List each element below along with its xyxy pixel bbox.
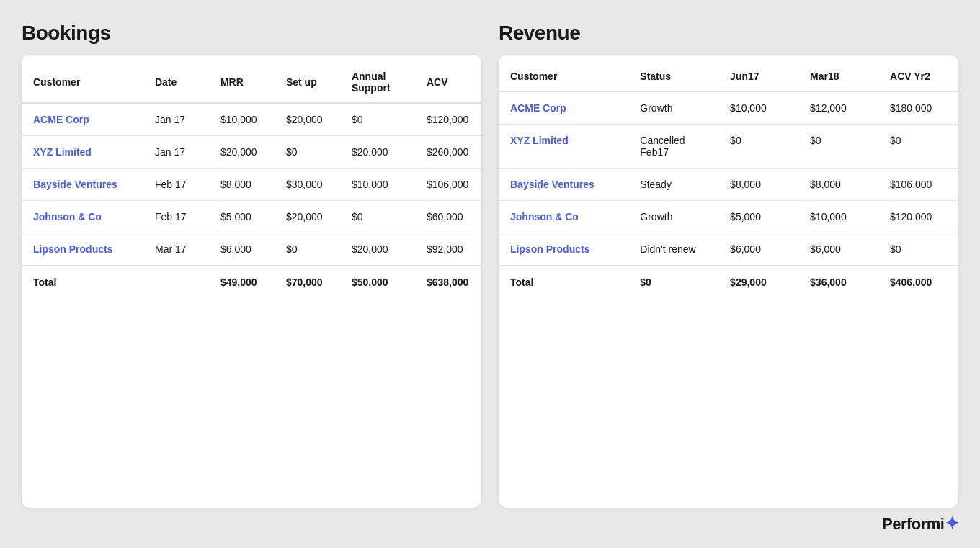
logo-area: Performi✦ [22,508,958,534]
revenue-row: ACME Corp Growth $10,000 $12,000 $180,00… [499,91,958,125]
tables-row: Bookings Customer Date MRR Set up Annual… [22,22,958,508]
logo-icon: ✦ [945,513,959,533]
revenue-jun17-0: $10,000 [718,91,798,125]
revenue-row: XYZ Limited Cancelled Feb17 $0 $0 $0 [499,125,958,169]
bookings-setup-1: $0 [275,136,340,169]
bookings-customer-1[interactable]: XYZ Limited [22,136,143,169]
revenue-customer-2[interactable]: Bayside Ventures [499,169,628,201]
bookings-row: Lipson Products Mar 17 $6,000 $0 $20,000… [22,233,481,266]
revenue-customer-4[interactable]: Lipson Products [499,233,628,266]
logo-word: Performi [882,515,944,533]
logo-text: Performi✦ [882,513,958,534]
revenue-title: Revenue [499,22,958,45]
revenue-total-status: $0 [628,266,718,298]
revenue-mar18-4: $6,000 [798,233,878,266]
bookings-total-date [143,266,209,298]
page-wrapper: Bookings Customer Date MRR Set up Annual… [0,0,980,548]
revenue-mar18-3: $10,000 [798,201,878,233]
revenue-section: Revenue Customer Status Jun17 Mar18 ACV … [499,22,958,508]
revenue-col-jun17: Jun17 [718,62,798,91]
bookings-col-setup: Set up [275,62,340,103]
revenue-jun17-3: $5,000 [718,201,798,233]
bookings-mrr-3: $5,000 [209,201,275,233]
revenue-total-row: Total $0 $29,000 $36,000 $406,000 [499,266,958,298]
revenue-customer-3[interactable]: Johnson & Co [499,201,628,233]
revenue-header-row: Customer Status Jun17 Mar18 ACV Yr2 [499,62,958,91]
bookings-mrr-0: $10,000 [209,103,275,136]
revenue-mar18-1: $0 [798,125,878,169]
bookings-col-customer: Customer [22,62,143,103]
bookings-col-annual-support: Annual Support [340,62,415,103]
revenue-status-4: Didn't renew [628,233,718,266]
bookings-acv-4: $92,000 [415,233,481,266]
revenue-row: Bayside Ventures Steady $8,000 $8,000 $1… [499,169,958,201]
bookings-date-0: Jan 17 [143,103,209,136]
bookings-date-1: Jan 17 [143,136,209,169]
bookings-setup-4: $0 [275,233,340,266]
bookings-acv-1: $260,000 [415,136,481,169]
bookings-annual-support-1: $20,000 [340,136,415,169]
revenue-jun17-2: $8,000 [718,169,798,201]
bookings-annual-support-3: $0 [340,201,415,233]
revenue-acv-yr2-3: $120,000 [878,201,958,233]
revenue-jun17-4: $6,000 [718,233,798,266]
bookings-total-mrr: $49,000 [209,266,275,298]
bookings-col-date: Date [143,62,209,103]
revenue-acv-yr2-2: $106,000 [878,169,958,201]
revenue-acv-yr2-0: $180,000 [878,91,958,125]
bookings-customer-0[interactable]: ACME Corp [22,103,143,136]
bookings-title: Bookings [22,22,481,45]
revenue-col-mar18: Mar18 [798,62,878,91]
bookings-col-acv: ACV [415,62,481,103]
revenue-table-card: Customer Status Jun17 Mar18 ACV Yr2 ACME… [499,55,958,508]
bookings-setup-3: $20,000 [275,201,340,233]
bookings-section: Bookings Customer Date MRR Set up Annual… [22,22,481,508]
revenue-status-1: Cancelled Feb17 [628,125,718,169]
bookings-setup-0: $20,000 [275,103,340,136]
bookings-setup-2: $30,000 [275,169,340,201]
bookings-date-3: Feb 17 [143,201,209,233]
bookings-annual-support-4: $20,000 [340,233,415,266]
bookings-acv-2: $106,000 [415,169,481,201]
bookings-date-4: Mar 17 [143,233,209,266]
bookings-row: Bayside Ventures Feb 17 $8,000 $30,000 $… [22,169,481,201]
revenue-col-acv-yr2: ACV Yr2 [878,62,958,91]
revenue-acv-yr2-4: $0 [878,233,958,266]
bookings-mrr-2: $8,000 [209,169,275,201]
revenue-col-customer: Customer [499,62,628,91]
revenue-customer-1[interactable]: XYZ Limited [499,125,628,169]
bookings-table-card: Customer Date MRR Set up Annual Support … [22,55,481,508]
revenue-row: Lipson Products Didn't renew $6,000 $6,0… [499,233,958,266]
revenue-status-3: Growth [628,201,718,233]
revenue-mar18-2: $8,000 [798,169,878,201]
bookings-total-label: Total [22,266,143,298]
revenue-jun17-1: $0 [718,125,798,169]
revenue-total-jun17: $29,000 [718,266,798,298]
revenue-row: Johnson & Co Growth $5,000 $10,000 $120,… [499,201,958,233]
bookings-table: Customer Date MRR Set up Annual Support … [22,62,481,298]
revenue-total-label: Total [499,266,628,298]
bookings-acv-0: $120,000 [415,103,481,136]
revenue-mar18-0: $12,000 [798,91,878,125]
bookings-annual-support-0: $0 [340,103,415,136]
bookings-date-2: Feb 17 [143,169,209,201]
bookings-customer-3[interactable]: Johnson & Co [22,201,143,233]
revenue-customer-0[interactable]: ACME Corp [499,91,628,125]
bookings-total-annual-support: $50,000 [340,266,415,298]
bookings-mrr-1: $20,000 [209,136,275,169]
bookings-row: Johnson & Co Feb 17 $5,000 $20,000 $0 $6… [22,201,481,233]
bookings-header-row: Customer Date MRR Set up Annual Support … [22,62,481,103]
revenue-status-2: Steady [628,169,718,201]
revenue-status-0: Growth [628,91,718,125]
revenue-total-mar18: $36,000 [798,266,878,298]
bookings-customer-2[interactable]: Bayside Ventures [22,169,143,201]
revenue-acv-yr2-1: $0 [878,125,958,169]
bookings-customer-4[interactable]: Lipson Products [22,233,143,266]
bookings-annual-support-2: $10,000 [340,169,415,201]
bookings-mrr-4: $6,000 [209,233,275,266]
bookings-total-row: Total $49,000 $70,000 $50,000 $638,000 [22,266,481,298]
bookings-acv-3: $60,000 [415,201,481,233]
bookings-total-acv: $638,000 [415,266,481,298]
bookings-total-setup: $70,000 [275,266,340,298]
bookings-col-mrr: MRR [209,62,275,103]
